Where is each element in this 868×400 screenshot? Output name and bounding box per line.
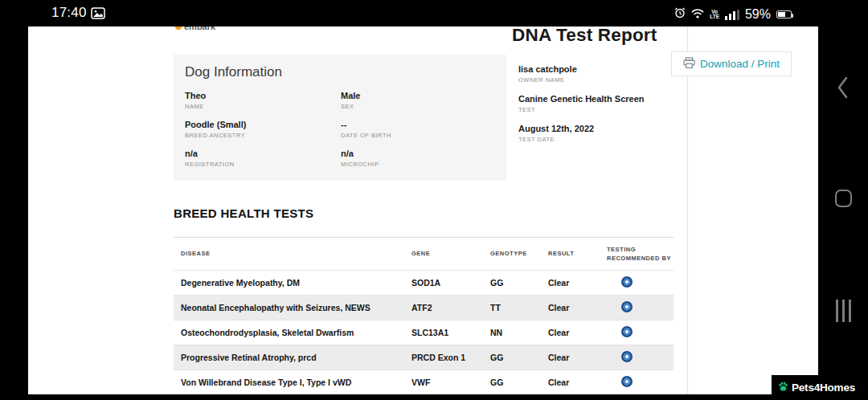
gene-cell: PRCD Exon 1 <box>411 353 490 362</box>
ofa-badge-icon[interactable] <box>621 351 633 362</box>
gene-cell: ATF2 <box>411 303 490 312</box>
result-cell: Clear <box>548 353 607 362</box>
gene-cell: SOD1A <box>411 278 490 288</box>
header-disease: DISEASE <box>174 249 411 258</box>
alarm-icon <box>674 7 686 22</box>
ofa-badge-icon[interactable] <box>621 326 633 337</box>
field-registration: n/a REGISTRATION <box>185 149 341 168</box>
nav-back-button[interactable] <box>836 76 849 103</box>
genotype-cell: GG <box>490 353 548 362</box>
signal-strength-icon <box>725 10 739 20</box>
watermark-label: Pets4Homes <box>792 382 855 394</box>
ofa-badge-icon[interactable] <box>621 301 633 312</box>
field-microchip: n/a MICROCHIP <box>341 149 495 168</box>
download-print-button[interactable]: Download / Print <box>671 51 792 76</box>
table-row: Progressive Retinal Atrophy, prcd PRCD E… <box>174 345 674 370</box>
header-result: RESULT <box>548 249 607 258</box>
embark-brand-label: embark <box>184 27 215 31</box>
header-genotype: GENOTYPE <box>490 249 548 258</box>
wifi-icon <box>691 7 704 22</box>
result-cell: Clear <box>548 328 607 337</box>
disease-cell: Neonatal Encephalopathy with Seizures, N… <box>174 303 411 312</box>
embark-brand-icon <box>175 27 182 30</box>
result-cell: Clear <box>548 278 607 288</box>
clock: 17:40 <box>51 5 87 21</box>
table-row: Degenerative Myelopathy, DM SOD1A GG Cle… <box>174 271 674 296</box>
genotype-cell: GG <box>490 278 548 288</box>
pets4homes-watermark: Pets4Homes <box>772 375 868 400</box>
genotype-cell: GG <box>490 378 548 387</box>
download-print-label: Download / Print <box>700 58 780 70</box>
disease-cell: Von Willebrand Disease Type I, Type I vW… <box>174 378 411 387</box>
field-test: Canine Genetic Health Screen TEST <box>518 94 645 113</box>
nav-recents-button[interactable] <box>836 300 851 322</box>
field-breed-ancestry: Poodle (Small) BREED ANCESTRY <box>185 120 341 139</box>
page-title: DNA Test Report <box>512 27 657 46</box>
embark-logo[interactable]: embark <box>175 27 215 31</box>
field-test-date: August 12th, 2022 TEST DATE <box>518 124 645 143</box>
page-edge-divider <box>687 27 688 394</box>
table-row: Osteochondrodysplasia, Skeletal Dwarfism… <box>174 320 674 345</box>
result-cell: Clear <box>548 303 607 312</box>
battery-icon <box>776 10 792 18</box>
field-name: Theo NAME <box>185 91 341 110</box>
status-icons: Vo LTE 59% <box>674 7 792 22</box>
table-row: Von Willebrand Disease Type I, Type I vW… <box>174 370 674 394</box>
dog-information-card: Dog Information Theo NAME Male SEX Poodl… <box>174 55 506 181</box>
nav-home-button[interactable] <box>835 190 852 207</box>
ofa-badge-icon[interactable] <box>621 376 633 387</box>
disease-cell: Osteochondrodysplasia, Skeletal Dwarfism <box>174 328 411 337</box>
gene-cell: VWF <box>411 378 490 387</box>
table-row: Neonatal Encephalopathy with Seizures, N… <box>174 296 674 320</box>
section-title-breed-health-tests: BREED HEALTH TESTS <box>174 206 313 220</box>
gene-cell: SLC13A1 <box>411 328 490 337</box>
breed-health-table: DISEASE GENE GENOTYPE RESULT TESTING REC… <box>174 237 674 394</box>
gallery-notification-icon <box>91 7 105 22</box>
volte-icon: Vo LTE <box>710 10 719 19</box>
field-owner-name: lisa catchpole OWNER NAME <box>518 64 645 84</box>
dog-information-title: Dog Information <box>185 64 495 80</box>
header-testing-recommended-by: TESTING RECOMMENDED BY <box>607 245 671 263</box>
owner-info-panel: lisa catchpole OWNER NAME Canine Genetic… <box>518 64 645 153</box>
battery-percent: 59% <box>745 7 771 22</box>
disease-cell: Progressive Retinal Atrophy, prcd <box>174 353 411 362</box>
header-gene: GENE <box>411 249 490 258</box>
status-bar: 17:40 <box>0 0 868 27</box>
printer-icon <box>683 57 695 71</box>
phone-screen: 17:40 <box>0 0 868 400</box>
field-sex: Male SEX <box>341 91 495 110</box>
genotype-cell: NN <box>490 328 548 337</box>
ofa-badge-icon[interactable] <box>621 276 633 288</box>
field-date-of-birth: -- DATE OF BIRTH <box>341 120 495 139</box>
table-header-row: DISEASE GENE GENOTYPE RESULT TESTING REC… <box>174 238 674 271</box>
genotype-cell: TT <box>490 303 548 312</box>
disease-cell: Degenerative Myelopathy, DM <box>174 278 411 288</box>
paw-icon <box>778 381 788 395</box>
dog-information-fields: Theo NAME Male SEX Poodle (Small) BREED … <box>185 91 495 168</box>
browser-content[interactable]: embark DNA Test Report Download / Print … <box>28 27 818 394</box>
result-cell: Clear <box>548 378 607 387</box>
